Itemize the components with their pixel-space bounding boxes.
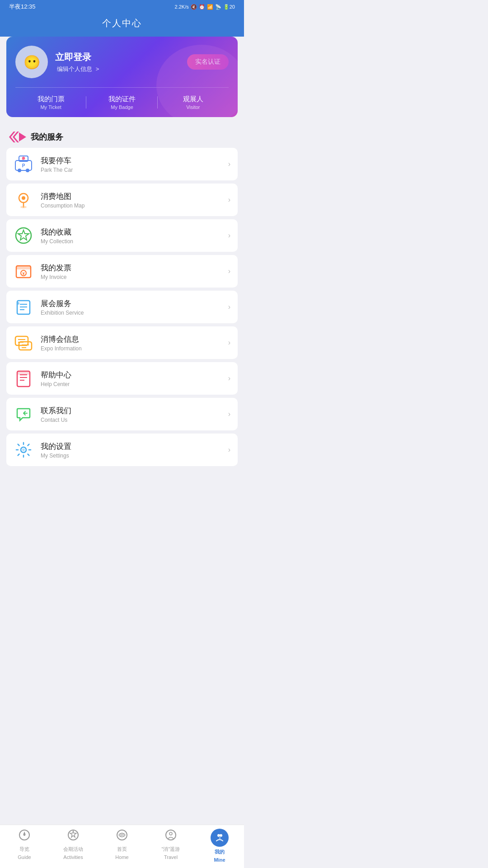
wifi-icon: 📡 — [215, 4, 221, 10]
alarm-icon: ⏰ — [199, 4, 205, 10]
profile-info: 立即登录 编辑个人信息 > — [55, 51, 99, 73]
menu-item-invoice[interactable]: ¥ 我的发票 My Invoice › — [6, 255, 238, 288]
stat-ticket-zh: 我的门票 — [15, 95, 86, 104]
parking-icon: P P — [14, 154, 33, 174]
svg-point-4 — [18, 169, 21, 172]
svg-point-37 — [22, 448, 25, 451]
stat-visitor[interactable]: 观展人 Visitor — [158, 95, 229, 110]
collection-icon — [14, 226, 33, 245]
svg-point-11 — [22, 196, 25, 200]
section-icon — [9, 131, 26, 143]
parking-text: 我要停车 Park The Car — [41, 156, 221, 173]
settings-text: 我的设置 My Settings — [41, 441, 221, 459]
svg-text:P: P — [22, 163, 25, 168]
stat-visitor-zh: 观展人 — [158, 95, 229, 104]
menu-item-help[interactable]: 帮助中心 Help Center › — [6, 362, 238, 395]
parking-arrow: › — [228, 160, 230, 168]
invoice-arrow: › — [228, 267, 230, 275]
contact-icon — [14, 404, 33, 424]
invoice-text: 我的发票 My Invoice — [41, 263, 221, 280]
settings-arrow: › — [228, 446, 230, 454]
help-icon — [14, 368, 33, 388]
stat-ticket[interactable]: 我的门票 My Ticket — [15, 95, 86, 110]
stat-badge-en: My Badge — [86, 104, 157, 110]
contact-arrow: › — [228, 410, 230, 418]
menu-item-settings[interactable]: 我的设置 My Settings › — [6, 434, 238, 466]
stat-badge[interactable]: 我的证件 My Badge — [86, 95, 157, 110]
exhibition-arrow: › — [228, 303, 230, 311]
collection-arrow: › — [228, 231, 230, 240]
profile-left: 😶 立即登录 编辑个人信息 > — [15, 46, 99, 78]
expo-arrow: › — [228, 339, 230, 347]
menu-item-collection[interactable]: 我的收藏 My Collection › — [6, 219, 238, 252]
profile-banner: 😶 立即登录 编辑个人信息 > 实名认证 我的门票 My Ticket 我的证件… — [6, 37, 238, 117]
svg-point-13 — [20, 206, 27, 208]
status-bar: 半夜12:35 2.2K/s 🔇 ⏰ 📶 📡 🔋20 — [0, 0, 244, 14]
stat-badge-zh: 我的证件 — [86, 95, 157, 104]
menu-list: P P 我要停车 Park The Car › 消费地图 Consumption… — [0, 148, 244, 469]
svg-text:¥: ¥ — [22, 271, 24, 276]
exhibition-icon — [14, 297, 33, 317]
map-arrow: › — [228, 196, 230, 204]
page-title: 个人中心 — [102, 18, 142, 28]
menu-item-expo[interactable]: 消博会信息 Expo Information › — [6, 326, 238, 359]
signal-icon: 📶 — [207, 4, 213, 10]
svg-marker-15 — [18, 230, 29, 240]
menu-item-contact[interactable]: 联系我们 Contact Us › — [6, 398, 238, 430]
svg-rect-35 — [17, 371, 30, 375]
menu-item-parking[interactable]: P P 我要停车 Park The Car › — [6, 148, 238, 180]
expo-text: 消博会信息 Expo Information — [41, 334, 221, 352]
page-header: 个人中心 — [0, 14, 244, 37]
map-icon — [14, 190, 33, 210]
settings-icon — [14, 440, 33, 460]
status-time: 半夜12:35 — [9, 3, 36, 11]
avatar: 😶 — [15, 46, 48, 78]
svg-rect-17 — [16, 266, 31, 269]
battery-icon: 🔋20 — [223, 4, 235, 10]
expo-icon — [14, 333, 33, 353]
map-text: 消费地图 Consumption Map — [41, 191, 221, 209]
help-arrow: › — [228, 374, 230, 382]
stats-row: 我的门票 My Ticket 我的证件 My Badge 观展人 Visitor — [15, 87, 229, 117]
menu-item-map[interactable]: 消费地图 Consumption Map › — [6, 184, 238, 216]
menu-item-exhibition[interactable]: 展会服务 Exhibition Service › — [6, 291, 238, 323]
stat-visitor-en: Visitor — [158, 104, 229, 110]
contact-text: 联系我们 Contact Us — [41, 406, 221, 423]
collection-text: 我的收藏 My Collection — [41, 227, 221, 245]
section-header: 我的服务 — [0, 124, 244, 148]
status-icons: 2.2K/s 🔇 ⏰ 📶 📡 🔋20 — [175, 4, 235, 10]
svg-rect-25 — [15, 336, 28, 345]
profile-edit[interactable]: 编辑个人信息 > — [55, 65, 99, 73]
section-title: 我的服务 — [31, 132, 63, 142]
svg-text:P: P — [22, 157, 25, 161]
svg-point-5 — [26, 169, 29, 172]
stat-ticket-en: My Ticket — [15, 104, 86, 110]
exhibition-text: 展会服务 Exhibition Service — [41, 298, 221, 316]
network-speed: 2.2K/s — [175, 4, 189, 9]
svg-point-24 — [17, 302, 19, 305]
help-text: 帮助中心 Help Center — [41, 370, 221, 387]
mute-icon: 🔇 — [191, 4, 197, 10]
invoice-icon: ¥ — [14, 261, 33, 281]
svg-marker-2 — [19, 132, 26, 142]
profile-name: 立即登录 — [55, 51, 99, 63]
real-name-button[interactable]: 实名认证 — [187, 54, 229, 70]
profile-top: 😶 立即登录 编辑个人信息 > 实名认证 — [15, 46, 229, 78]
